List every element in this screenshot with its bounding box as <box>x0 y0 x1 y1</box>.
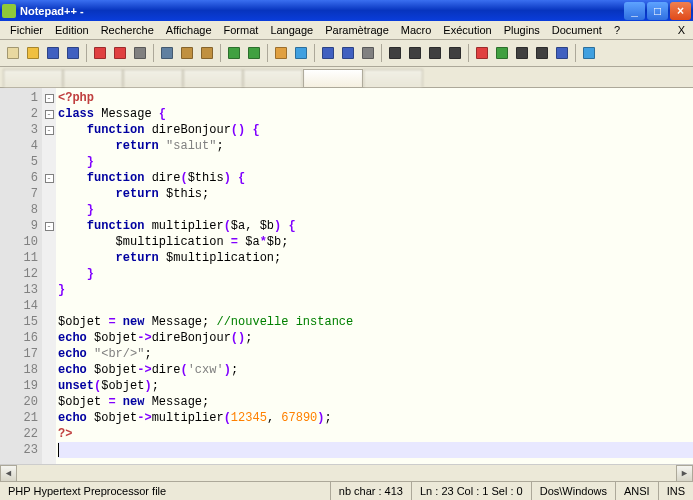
stop-icon[interactable] <box>513 44 531 62</box>
code-line[interactable]: } <box>58 154 693 170</box>
copy-icon[interactable] <box>178 44 196 62</box>
tab-0[interactable] <box>3 69 63 87</box>
menu-plugins[interactable]: Plugins <box>498 22 546 38</box>
line-gutter: 1234567891011121314151617181920212223 <box>0 88 42 464</box>
code-line[interactable]: } <box>58 266 693 282</box>
find-icon[interactable] <box>272 44 290 62</box>
minimize-button[interactable]: _ <box>624 2 645 20</box>
menu-document[interactable]: Document <box>546 22 608 38</box>
close-button[interactable]: × <box>670 2 691 20</box>
code-line[interactable]: ?> <box>58 426 693 442</box>
code-line[interactable] <box>58 442 693 458</box>
menu-format[interactable]: Format <box>218 22 265 38</box>
status-chars: nb char : 413 <box>331 482 412 500</box>
fold-gutter: ----- <box>42 88 56 464</box>
replace-icon[interactable] <box>292 44 310 62</box>
menu-langage[interactable]: Langage <box>264 22 319 38</box>
status-position: Ln : 23 Col : 1 Sel : 0 <box>412 482 532 500</box>
prnt2-icon[interactable] <box>580 44 598 62</box>
tabbar <box>0 67 693 87</box>
fold-toggle-icon: - <box>45 126 54 135</box>
menu-affichage[interactable]: Affichage <box>160 22 218 38</box>
window-title: Notepad++ - <box>20 5 622 17</box>
code-line[interactable]: unset($objet); <box>58 378 693 394</box>
tab-1[interactable] <box>63 69 123 87</box>
code-line[interactable]: function dire($this) { <box>58 170 693 186</box>
menu-fichier[interactable]: Fichier <box>4 22 49 38</box>
savem-icon[interactable] <box>553 44 571 62</box>
fold-toggle-icon: - <box>45 110 54 119</box>
fold-toggle-icon: - <box>45 222 54 231</box>
menu-exécution[interactable]: Exécution <box>437 22 497 38</box>
tab-6[interactable] <box>363 69 423 87</box>
titlebar[interactable]: Notepad++ - _ □ × <box>0 0 693 21</box>
print-icon[interactable] <box>131 44 149 62</box>
redo-icon[interactable] <box>245 44 263 62</box>
rec-icon[interactable] <box>473 44 491 62</box>
menu-paramètrage[interactable]: Paramètrage <box>319 22 395 38</box>
menu-?[interactable]: ? <box>608 22 626 38</box>
zoomin-icon[interactable] <box>319 44 337 62</box>
tab-4[interactable] <box>243 69 303 87</box>
code-line[interactable]: echo $objet->direBonjour(); <box>58 330 693 346</box>
code-line[interactable]: $objet = new Message; //nouvelle instanc… <box>58 314 693 330</box>
code-line[interactable]: return $multiplication; <box>58 250 693 266</box>
scroll-track[interactable] <box>17 465 676 482</box>
close-icon[interactable] <box>91 44 109 62</box>
code-line[interactable]: return "salut"; <box>58 138 693 154</box>
play-icon[interactable] <box>493 44 511 62</box>
code-area[interactable]: <?phpclass Message { function direBonjou… <box>56 88 693 464</box>
editor: 1234567891011121314151617181920212223 --… <box>0 87 693 464</box>
menubar: FichierEditionRechercheAffichageFormatLa… <box>0 21 693 40</box>
code-line[interactable]: } <box>58 202 693 218</box>
indent-icon[interactable] <box>426 44 444 62</box>
code-line[interactable]: function multiplier($a, $b) { <box>58 218 693 234</box>
saveall-icon[interactable] <box>64 44 82 62</box>
maximize-button[interactable]: □ <box>647 2 668 20</box>
code-line[interactable]: echo $objet->dire('cxw'); <box>58 362 693 378</box>
tab-5[interactable] <box>303 69 363 87</box>
code-line[interactable]: } <box>58 282 693 298</box>
outdent-icon[interactable] <box>446 44 464 62</box>
doc-close-button[interactable]: X <box>674 24 689 36</box>
code-line[interactable]: echo "<br/>"; <box>58 346 693 362</box>
menu-macro[interactable]: Macro <box>395 22 438 38</box>
paste-icon[interactable] <box>198 44 216 62</box>
all-icon[interactable] <box>406 44 424 62</box>
status-mode: INS <box>659 482 693 500</box>
status-encoding: ANSI <box>616 482 659 500</box>
code-line[interactable]: $objet = new Message; <box>58 394 693 410</box>
menu-recherche[interactable]: Recherche <box>95 22 160 38</box>
status-filetype: PHP Hypertext Preprocessor file <box>0 482 331 500</box>
fold-toggle-icon: - <box>45 94 54 103</box>
menu-edition[interactable]: Edition <box>49 22 95 38</box>
code-line[interactable]: function direBonjour() { <box>58 122 693 138</box>
caret <box>58 443 59 457</box>
status-eol: Dos\Windows <box>532 482 616 500</box>
closeall-icon[interactable] <box>111 44 129 62</box>
save-icon[interactable] <box>44 44 62 62</box>
code-line[interactable]: echo $objet->multiplier(12345, 67890); <box>58 410 693 426</box>
toolbar <box>0 40 693 67</box>
sync-icon[interactable] <box>359 44 377 62</box>
cut-icon[interactable] <box>158 44 176 62</box>
tab-2[interactable] <box>123 69 183 87</box>
statusbar: PHP Hypertext Preprocessor file nb char … <box>0 481 693 500</box>
code-line[interactable]: <?php <box>58 90 693 106</box>
code-line[interactable] <box>58 298 693 314</box>
tab-3[interactable] <box>183 69 243 87</box>
open-icon[interactable] <box>24 44 42 62</box>
new-icon[interactable] <box>4 44 22 62</box>
scroll-left-button[interactable]: ◄ <box>0 465 17 482</box>
fold-toggle-icon: - <box>45 174 54 183</box>
app-icon <box>2 4 16 18</box>
code-line[interactable]: class Message { <box>58 106 693 122</box>
wrap-icon[interactable] <box>386 44 404 62</box>
code-line[interactable]: $multiplication = $a*$b; <box>58 234 693 250</box>
playm-icon[interactable] <box>533 44 551 62</box>
scroll-right-button[interactable]: ► <box>676 465 693 482</box>
zoomout-icon[interactable] <box>339 44 357 62</box>
horizontal-scrollbar[interactable]: ◄ ► <box>0 464 693 481</box>
code-line[interactable]: return $this; <box>58 186 693 202</box>
undo-icon[interactable] <box>225 44 243 62</box>
